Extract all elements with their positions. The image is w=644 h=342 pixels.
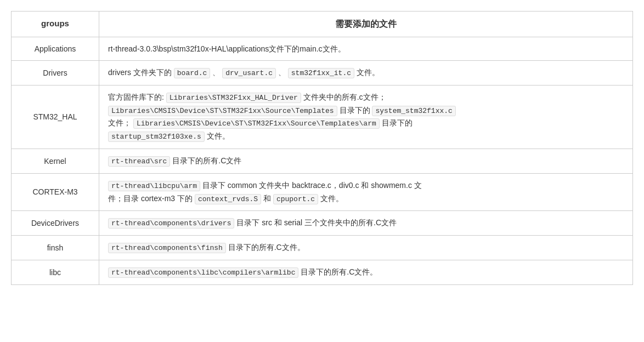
content-cell: rt-thread\components\libc\compilers\arml… <box>99 260 633 284</box>
cortex-file2: cpuport.c <box>273 194 318 204</box>
stm32-path1: Libraries\STM32F1xx_HAL_Driver <box>166 93 301 103</box>
separator: 、 <box>278 68 286 77</box>
stm32-path3: Libraries\CMSIS\Device\ST\STM32F1xx\Sour… <box>133 118 380 129</box>
drivers-suffix: 文件。 <box>357 68 380 77</box>
group-cell: finsh <box>12 236 99 260</box>
drivers-file3: stm32f1xx_it.c <box>288 68 354 78</box>
drivers-file2: drv_usart.c <box>222 68 276 78</box>
content-cell: 官方固件库下的: Libraries\STM32F1xx_HAL_Driver … <box>99 85 633 149</box>
group-cell: DeviceDrivers <box>12 211 99 236</box>
group-cell: STM32_HAL <box>12 85 99 149</box>
table-row: Kernel rt-thread\src 目录下的所有.C文件 <box>12 149 633 173</box>
stm32-file2: startup_stm32f103xe.s <box>108 132 205 142</box>
content-cell: drivers 文件夹下的 board.c 、 drv_usart.c 、 st… <box>99 60 633 85</box>
content-cell: rt-thread\components\drivers 目录下 src 和 s… <box>99 211 633 236</box>
kernel-path: rt-thread\src <box>108 156 170 167</box>
table-row: libc rt-thread\components\libc\compilers… <box>12 260 633 284</box>
libc-text: 目录下的所有.C文件。 <box>301 267 377 276</box>
device-text: 目录下 src 和 serial 三个文件夹中的所有.C文件 <box>236 218 397 227</box>
col-groups-header: groups <box>12 12 99 37</box>
drivers-file1: board.c <box>174 68 211 78</box>
cortex-line2-mid: 和 <box>263 194 273 203</box>
table-row: Drivers drivers 文件夹下的 board.c 、 drv_usar… <box>12 60 633 85</box>
table-row: STM32_HAL 官方固件库下的: Libraries\STM32F1xx_H… <box>12 85 633 149</box>
table-row: finsh rt-thread\components\finsh 目录下的所有.… <box>12 236 633 260</box>
stm32-path2: Libraries\CMSIS\Device\ST\STM32F1xx\Sour… <box>108 106 337 116</box>
separator: 、 <box>212 68 220 77</box>
cortex-line2-prefix: 件；目录 cortex-m3 下的 <box>108 194 195 203</box>
stm32-file1: system_stm32f1xx.c <box>372 106 455 116</box>
group-cell: CORTEX-M3 <box>12 173 99 211</box>
stm32-line1-after: 文件夹中的所有.c文件； <box>303 93 386 101</box>
cortex-path1: rt-thread\libcpu\arm <box>108 181 200 191</box>
device-path: rt-thread\components\drivers <box>108 218 234 229</box>
main-table: groups 需要添加的文件 Applications rt-thread-3.… <box>11 11 633 285</box>
table-row: CORTEX-M3 rt-thread\libcpu\arm 目录下 commo… <box>12 173 633 211</box>
table-row: DeviceDrivers rt-thread\components\drive… <box>12 211 633 236</box>
stm32-line1-prefix: 官方固件库下的: <box>108 93 166 101</box>
stm32-line3-prefix: 文件； <box>108 118 131 127</box>
content-cell: rt-thread\libcpu\arm 目录下 common 文件夹中 bac… <box>99 173 633 211</box>
kernel-text: 目录下的所有.C文件 <box>172 156 241 165</box>
content-cell: rt-thread\components\finsh 目录下的所有.C文件。 <box>99 236 633 260</box>
cortex-file1: context_rvds.S <box>195 194 261 204</box>
stm32-line3-after: 目录下的 <box>382 118 413 127</box>
finsh-path: rt-thread\components\finsh <box>108 243 226 253</box>
group-cell: Applications <box>12 37 99 60</box>
drivers-prefix: drivers 文件夹下的 <box>108 68 174 77</box>
stm32-line2-mid: 目录下的 <box>340 106 372 115</box>
table-row: Applications rt-thread-3.0.3\bsp\stm32f1… <box>12 37 633 60</box>
col-files-header: 需要添加的文件 <box>99 12 633 37</box>
content-cell: rt-thread\src 目录下的所有.C文件 <box>99 149 633 173</box>
finsh-text: 目录下的所有.C文件。 <box>228 243 305 252</box>
content-cell: rt-thread-3.0.3\bsp\stm32f10x-HAL\applic… <box>99 37 633 60</box>
group-cell: Drivers <box>12 60 99 85</box>
stm32-line4-after: 文件。 <box>207 132 230 140</box>
applications-text: rt-thread-3.0.3\bsp\stm32f10x-HAL\applic… <box>108 44 346 53</box>
cortex-line1: 目录下 common 文件夹中 backtrace.c，div0.c 和 sho… <box>202 181 422 190</box>
group-cell: Kernel <box>12 149 99 173</box>
cortex-line2-end: 文件。 <box>320 194 343 203</box>
group-cell: libc <box>12 260 99 284</box>
libc-path: rt-thread\components\libc\compilers\arml… <box>108 267 298 278</box>
